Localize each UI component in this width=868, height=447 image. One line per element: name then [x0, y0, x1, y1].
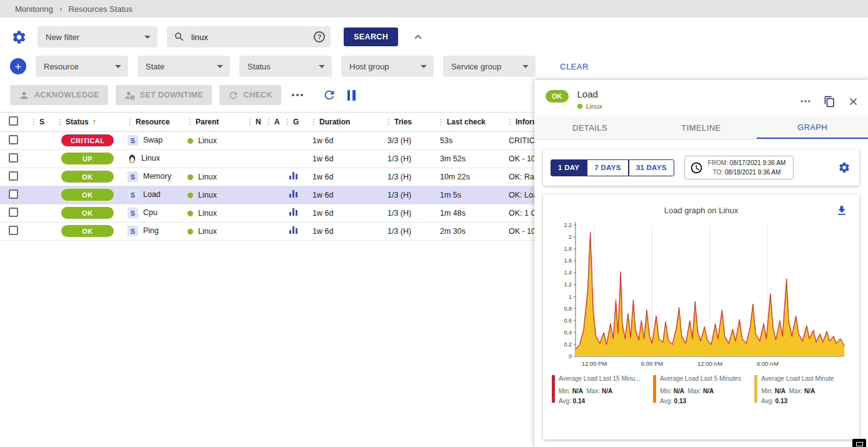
row-checkbox[interactable]	[9, 171, 18, 181]
resource-name[interactable]: Swap	[143, 136, 162, 144]
parent-name[interactable]: Linux	[198, 191, 217, 199]
parent-name[interactable]: Linux	[198, 173, 217, 181]
table-row[interactable]: OKSLoadLinux1w 6d1/3 (H)1m 5sOK: Loa	[0, 186, 534, 204]
collapse-filters-chevron-up-icon[interactable]	[410, 29, 426, 45]
breadcrumb-monitoring[interactable]: Monitoring	[15, 4, 53, 14]
drag-handle-icon[interactable]: ⋮	[310, 118, 317, 126]
table-row[interactable]: CRITICALSSwapLinux1w 6d3/3 (H)53sCRITIC	[0, 131, 534, 149]
drag-handle-icon[interactable]: ⋮	[246, 118, 254, 126]
row-checkbox[interactable]	[9, 226, 18, 235]
header-resource[interactable]: ⋮Resource	[122, 113, 182, 131]
row-checkbox[interactable]	[9, 135, 18, 144]
search-help-icon[interactable]: ?	[314, 31, 325, 43]
datetime-range-box[interactable]: FROM: 08/17/2021 9:36 AM TO: 08/18/2021 …	[684, 156, 794, 179]
search-box[interactable]: linux ?	[167, 26, 331, 48]
criteria-select-service-group[interactable]: Service group	[443, 56, 536, 77]
fullscreen-corner-icon[interactable]	[852, 439, 866, 447]
sort-ascending-icon[interactable]: ↑	[92, 118, 96, 126]
drag-handle-icon[interactable]: ⋮	[284, 118, 291, 126]
status-badge: OK	[61, 171, 114, 183]
filter-preset-select[interactable]: New filter	[37, 26, 157, 48]
pause-icon[interactable]	[345, 89, 358, 102]
load-graph-chart[interactable]: 12:00 PM6:00 PM12:00 AM6:00 AM00.20.40.6…	[553, 219, 849, 373]
check-label: CHECK	[244, 91, 272, 99]
header-severity[interactable]: ⋮S	[26, 113, 52, 131]
header-information[interactable]: ⋮Information	[502, 113, 534, 131]
table-row[interactable]: OKSMemoryLinux1w 6d1/3 (H)10m 22sOK: Ra	[0, 168, 534, 186]
header-tries[interactable]: ⋮Tries	[381, 113, 434, 131]
parent-name[interactable]: Linux	[198, 136, 217, 145]
check-button[interactable]: CHECK	[219, 85, 281, 105]
header-status[interactable]: ⋮Status↑	[52, 113, 122, 131]
refresh-icon[interactable]	[321, 87, 337, 103]
parent-name[interactable]: Linux	[198, 209, 217, 218]
filter-settings-gear-icon[interactable]	[10, 28, 28, 46]
legend-avg: Avg: 0.13	[761, 398, 787, 404]
header-graph[interactable]: ⋮G	[280, 113, 306, 131]
drag-handle-icon[interactable]: ⋮	[506, 118, 514, 126]
drag-handle-icon[interactable]: ⋮	[385, 118, 392, 126]
range-31-days-button[interactable]: 31 DAYS	[629, 159, 674, 176]
drag-handle-icon[interactable]: ⋮	[186, 118, 194, 126]
drag-handle-icon[interactable]: ⋮	[437, 118, 445, 126]
tab-graph[interactable]: GRAPH	[757, 116, 868, 139]
search-input[interactable]: linux	[191, 33, 307, 42]
criteria-select-status[interactable]: Status	[239, 56, 332, 77]
header-last-check[interactable]: ⋮Last check	[434, 113, 502, 131]
panel-more-icon[interactable]	[798, 94, 813, 109]
criteria-select-host-group[interactable]: Host group	[341, 56, 434, 77]
legend-item[interactable]: Average Load Last MinuteMin: N/A Max: N/…	[754, 374, 852, 406]
select-all-checkbox[interactable]	[9, 116, 18, 126]
svg-text:1.2: 1.2	[564, 281, 572, 288]
header-duration[interactable]: ⋮Duration	[306, 113, 381, 131]
legend-item[interactable]: Average Load Last 15 Minu...Min: N/A Max…	[552, 374, 649, 406]
legend-item[interactable]: Average Load Last 5 MinutesMin: N/A Max:…	[653, 374, 751, 406]
breadcrumb-resources-status[interactable]: Resources Status	[68, 4, 132, 14]
add-criteria-button[interactable]: +	[10, 58, 26, 74]
graph-settings-gear-icon[interactable]	[837, 160, 852, 175]
table-row[interactable]: OKSCpuLinux1w 6d1/3 (H)1m 48sOK: 1 C	[0, 204, 534, 222]
tab-details[interactable]: DETAILS	[534, 116, 646, 139]
time-range-group: 1 DAY 7 DAYS 31 DAYS	[551, 159, 674, 176]
resource-name[interactable]: Ping	[143, 226, 159, 235]
header-action[interactable]: ⋮A	[261, 113, 280, 131]
criteria-select-state[interactable]: State	[137, 56, 230, 77]
close-panel-icon[interactable]	[846, 94, 861, 109]
set-downtime-button[interactable]: SET DOWNTIME	[116, 85, 212, 105]
parent-ok-dot	[187, 174, 193, 180]
range-1-day-button[interactable]: 1 DAY	[551, 159, 587, 176]
row-checkbox[interactable]	[9, 153, 18, 163]
panel-subtitle[interactable]: Linux	[586, 103, 602, 110]
range-7-days-button[interactable]: 7 DAYS	[587, 159, 628, 176]
service-type-icon: S	[127, 189, 138, 200]
drag-handle-icon[interactable]: ⋮	[56, 118, 64, 126]
resource-name[interactable]: Cpu	[143, 208, 157, 217]
parent-name[interactable]: Linux	[198, 227, 217, 236]
more-actions-icon[interactable]	[289, 86, 306, 104]
header-notes[interactable]: ⋮N	[242, 113, 261, 131]
graph-icon[interactable]	[289, 190, 297, 198]
copy-link-icon[interactable]	[822, 94, 837, 109]
search-button[interactable]: SEARCH	[344, 28, 398, 46]
table-row[interactable]: UPLinux1w 6d1/3 (H)3m 52sOK - 10	[0, 149, 534, 168]
download-graph-icon[interactable]	[834, 203, 849, 218]
criteria-select-resource[interactable]: Resource	[36, 56, 128, 77]
table-row[interactable]: OKSPingLinux1w 6d1/3 (H)2m 30sOK - 10	[0, 222, 534, 240]
search-icon	[174, 31, 185, 43]
drag-handle-icon[interactable]: ⋮	[126, 118, 134, 126]
header-parent[interactable]: ⋮Parent	[182, 113, 242, 131]
clear-filters-button[interactable]: CLEAR	[560, 62, 589, 71]
drag-handle-icon[interactable]: ⋮	[265, 118, 272, 126]
graph-icon[interactable]	[289, 172, 297, 179]
resource-name[interactable]: Linux	[141, 154, 160, 163]
status-badge: OK	[61, 207, 114, 219]
drag-handle-icon[interactable]: ⋮	[30, 118, 37, 126]
tab-timeline[interactable]: TIMELINE	[646, 116, 757, 139]
row-checkbox[interactable]	[9, 208, 18, 217]
acknowledge-button[interactable]: ACKNOWLEDGE	[10, 85, 108, 105]
graph-icon[interactable]	[289, 226, 297, 234]
resource-name[interactable]: Memory	[143, 172, 171, 181]
graph-icon[interactable]	[289, 208, 297, 216]
row-checkbox[interactable]	[9, 189, 18, 199]
resource-name[interactable]: Load	[143, 190, 161, 199]
